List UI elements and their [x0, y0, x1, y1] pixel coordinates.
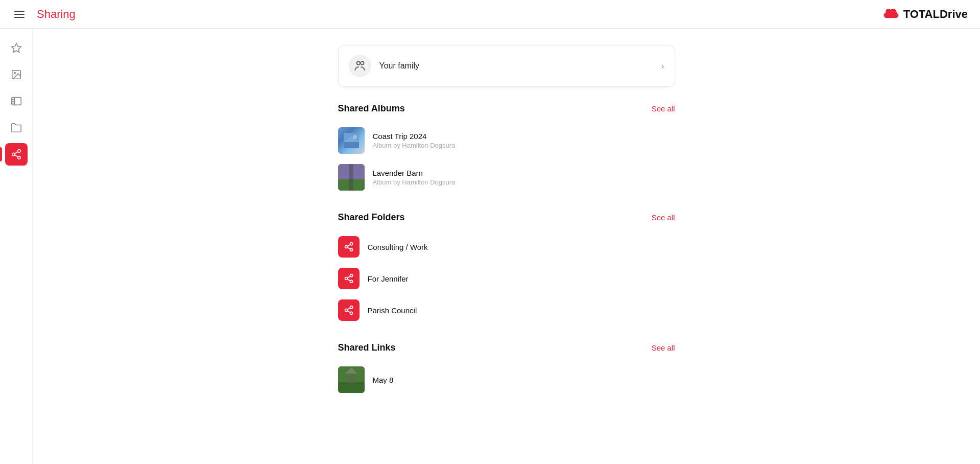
family-card-label: Your family	[379, 61, 420, 71]
svg-line-33	[347, 308, 350, 309]
folder-item-parish[interactable]: Parish Council	[338, 294, 675, 326]
family-icon-circle	[349, 55, 371, 77]
svg-point-5	[12, 153, 15, 156]
sidebar-item-photos[interactable]	[5, 63, 28, 86]
share-icon-jennifer	[344, 273, 354, 284]
may-thumb-art	[338, 366, 365, 393]
svg-rect-18	[350, 164, 353, 191]
layout: Your family › Shared Albums See all	[0, 29, 980, 464]
active-indicator	[0, 147, 2, 161]
svg-line-8	[14, 152, 17, 154]
shared-albums-header: Shared Albums See all	[338, 103, 675, 114]
photo-icon	[11, 69, 22, 80]
shared-folders-see-all[interactable]: See all	[652, 213, 675, 222]
shared-folders-header: Shared Folders See all	[338, 212, 675, 223]
album-thumb-coast	[338, 127, 365, 154]
svg-point-19	[350, 243, 352, 245]
album-info-coast: Coast Trip 2024 Album by Hamilton Dogsur…	[373, 132, 456, 149]
sidebar	[0, 29, 33, 464]
share-folder-icon-jennifer	[338, 268, 360, 289]
folder-name-consulting: Consulting / Work	[368, 243, 428, 251]
shared-links-title: Shared Links	[338, 342, 396, 353]
folder-name-jennifer: For Jennifer	[368, 274, 409, 283]
logo-brand: TOTALDrive	[903, 8, 968, 21]
share-folder-icon-consulting	[338, 236, 360, 258]
svg-rect-12	[344, 142, 359, 148]
shared-links-header: Shared Links See all	[338, 342, 675, 353]
album-info-lavender: Lavender Barn Album by Hamilton Dogsura	[373, 169, 456, 186]
svg-point-30	[345, 309, 347, 312]
shared-albums-section: Shared Albums See all	[338, 103, 675, 196]
svg-line-28	[347, 276, 350, 277]
album-sub-coast: Album by Hamilton Dogsura	[373, 142, 456, 149]
folder-name-parish: Parish Council	[368, 306, 417, 315]
svg-rect-35	[338, 382, 365, 393]
svg-point-24	[350, 274, 352, 277]
svg-line-23	[347, 244, 350, 246]
link-item-may8[interactable]: May 8	[338, 361, 675, 398]
album-thumb-lavender	[338, 164, 365, 191]
star-icon	[11, 42, 22, 54]
shared-links-see-all[interactable]: See all	[652, 343, 675, 352]
folder-item-jennifer[interactable]: For Jennifer	[338, 263, 675, 294]
svg-marker-0	[11, 43, 20, 52]
content-wrap: Your family › Shared Albums See all	[338, 45, 675, 414]
family-icon	[353, 59, 367, 73]
logo-cloud-icon	[882, 7, 900, 21]
shared-links-section: Shared Links See all	[338, 342, 675, 398]
album-name-coast: Coast Trip 2024	[373, 132, 456, 141]
sidebar-item-sharing[interactable]	[5, 143, 28, 166]
sidebar-item-starred[interactable]	[5, 37, 28, 59]
svg-point-26	[350, 280, 352, 283]
svg-line-22	[347, 247, 350, 249]
shared-folders-section: Shared Folders See all Consulting / Wo	[338, 212, 675, 326]
share-icon	[11, 149, 22, 160]
header-left: Sharing	[12, 8, 76, 21]
folder-item-consulting[interactable]: Consulting / Work	[338, 231, 675, 263]
coast-thumb-art	[344, 133, 359, 148]
svg-point-20	[345, 246, 347, 248]
chevron-right-icon: ›	[661, 61, 664, 72]
album-sub-lavender: Album by Hamilton Dogsura	[373, 178, 456, 186]
lavender-thumb-art	[338, 164, 365, 191]
svg-point-31	[350, 312, 352, 314]
link-name-may8: May 8	[373, 376, 394, 384]
svg-point-4	[17, 150, 20, 153]
svg-point-2	[14, 72, 15, 74]
header: Sharing TOTALDrive	[0, 0, 980, 29]
album-icon	[11, 96, 22, 107]
shared-albums-title: Shared Albums	[338, 103, 405, 114]
hamburger-menu-button[interactable]	[12, 9, 27, 20]
svg-point-14	[353, 135, 357, 139]
svg-line-32	[347, 311, 350, 312]
main-content: Your family › Shared Albums See all	[33, 29, 980, 464]
svg-point-9	[356, 61, 360, 65]
page-title: Sharing	[37, 8, 76, 21]
folder-icon	[11, 122, 22, 133]
album-name-lavender: Lavender Barn	[373, 169, 456, 177]
logo: TOTALDrive	[882, 7, 968, 21]
family-card-left: Your family	[349, 55, 420, 77]
svg-point-29	[350, 306, 352, 309]
svg-point-6	[17, 156, 20, 159]
shared-albums-see-all[interactable]: See all	[652, 104, 675, 113]
share-icon-parish	[344, 305, 354, 315]
album-item-lavender[interactable]: Lavender Barn Album by Hamilton Dogsura	[338, 159, 675, 196]
svg-point-10	[361, 61, 364, 65]
sidebar-item-folders[interactable]	[5, 117, 28, 139]
share-icon-consulting	[344, 242, 354, 252]
shared-folders-title: Shared Folders	[338, 212, 405, 223]
svg-point-21	[350, 248, 352, 251]
svg-line-27	[347, 279, 350, 281]
link-thumb-may8	[338, 366, 365, 393]
sidebar-item-albums[interactable]	[5, 90, 28, 112]
svg-line-7	[14, 155, 17, 157]
family-card[interactable]: Your family ›	[338, 45, 675, 87]
svg-point-25	[345, 277, 347, 280]
album-item-coast[interactable]: Coast Trip 2024 Album by Hamilton Dogsur…	[338, 122, 675, 159]
share-folder-icon-parish	[338, 299, 360, 321]
